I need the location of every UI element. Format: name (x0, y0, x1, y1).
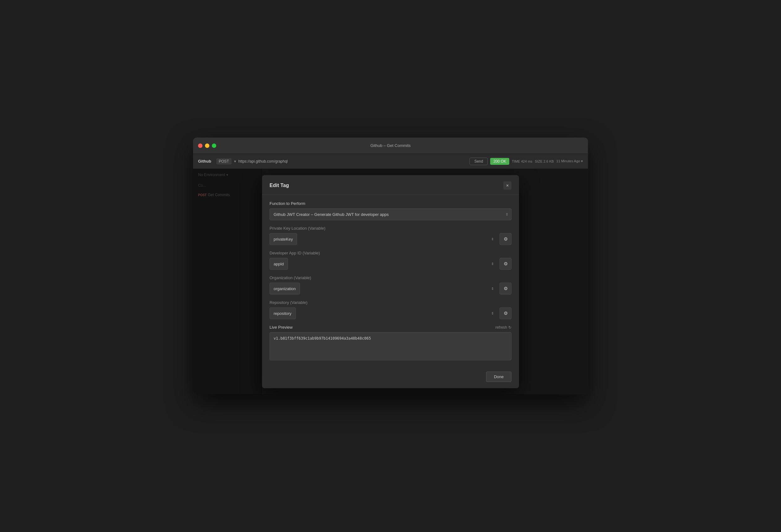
minimize-traffic-light[interactable] (205, 143, 209, 148)
live-preview-group: Live Preview refresh ↻ v1.b81f3bff639c1a… (270, 325, 511, 362)
developer-app-id-label: Developer App ID (Variable) (270, 251, 511, 255)
private-key-label: Private Key Location (Variable) (270, 226, 511, 231)
private-key-row: privateKey ⚙ (270, 233, 511, 245)
title-bar: Github – Get Commits (193, 138, 588, 154)
toolbar: Github POST ▾ https://api.github.com/gra… (193, 154, 588, 169)
ago-meta[interactable]: 11 Minutes Ago ▾ (556, 159, 583, 163)
window-title: Github – Get Commits (370, 143, 411, 148)
gear-icon-4: ⚙ (504, 310, 508, 316)
gear-icon: ⚙ (504, 236, 508, 242)
method-separator: ▾ (234, 159, 236, 164)
close-traffic-light[interactable] (198, 143, 202, 148)
repository-group: Repository (Variable) repository ⚙ (270, 300, 511, 319)
live-preview-label: Live Preview (270, 325, 293, 329)
developer-app-id-select[interactable]: appId (270, 258, 288, 270)
time-meta: TIME 424 ms (512, 160, 532, 163)
private-key-select[interactable]: privateKey (270, 233, 297, 245)
developer-app-id-select-wrapper: appId (270, 258, 497, 270)
gear-icon-3: ⚙ (504, 286, 508, 292)
repository-row: repository ⚙ (270, 307, 511, 319)
content-area: No Environment ▾ Co... POST Get Commits … (193, 169, 588, 394)
modal-overlay: Edit Tag × Function to Perform Github JW… (193, 169, 588, 394)
function-select-wrapper: Github JWT Creator – Generate Github JWT… (270, 208, 511, 220)
refresh-button[interactable]: refresh ↻ (495, 325, 511, 329)
done-button[interactable]: Done (486, 371, 511, 382)
function-label: Function to Perform (270, 201, 511, 206)
private-key-select-wrapper: privateKey (270, 233, 497, 245)
method-badge[interactable]: POST (216, 158, 232, 165)
repository-select[interactable]: repository (270, 307, 296, 319)
function-select[interactable]: Github JWT Creator – Generate Github JWT… (270, 208, 511, 220)
url-field[interactable]: https://api.github.com/graphql (239, 159, 467, 164)
modal-close-button[interactable]: × (503, 181, 511, 189)
organization-select[interactable]: organization (270, 282, 300, 295)
send-button[interactable]: Send (469, 158, 488, 165)
repository-gear-button[interactable]: ⚙ (500, 307, 511, 319)
repository-select-wrapper: repository (270, 307, 497, 319)
traffic-lights (198, 143, 216, 148)
function-group: Function to Perform Github JWT Creator –… (270, 201, 511, 220)
fullscreen-traffic-light[interactable] (212, 143, 216, 148)
gear-icon-2: ⚙ (504, 261, 508, 267)
modal-body: Function to Perform Github JWT Creator –… (262, 195, 519, 368)
modal-footer: Done (262, 368, 519, 388)
organization-group: Organization (Variable) organization ⚙ (270, 275, 511, 295)
app-window: Github – Get Commits Github POST ▾ https… (193, 138, 588, 394)
organization-label: Organization (Variable) (270, 275, 511, 280)
refresh-icon: ↻ (508, 325, 511, 329)
live-preview-header: Live Preview refresh ↻ (270, 325, 511, 329)
private-key-gear-button[interactable]: ⚙ (500, 233, 511, 245)
status-badge: 200 OK (490, 158, 509, 165)
developer-app-id-gear-button[interactable]: ⚙ (500, 258, 511, 270)
size-meta: SIZE 2.6 KB (535, 160, 554, 163)
organization-row: organization ⚙ (270, 282, 511, 295)
refresh-label: refresh (495, 325, 507, 329)
repository-label: Repository (Variable) (270, 300, 511, 305)
developer-app-id-group: Developer App ID (Variable) appId ⚙ (270, 251, 511, 270)
modal-title: Edit Tag (270, 183, 289, 188)
modal-header: Edit Tag × (262, 175, 519, 195)
organization-gear-button[interactable]: ⚙ (500, 282, 511, 295)
edit-tag-modal: Edit Tag × Function to Perform Github JW… (262, 175, 519, 388)
preview-textarea[interactable]: v1.b81f3bff639c1ab9b97b14109694a3a48b48c… (270, 332, 511, 360)
developer-app-id-row: appId ⚙ (270, 258, 511, 270)
organization-select-wrapper: organization (270, 282, 497, 295)
app-name: Github (198, 159, 211, 164)
private-key-group: Private Key Location (Variable) privateK… (270, 226, 511, 245)
